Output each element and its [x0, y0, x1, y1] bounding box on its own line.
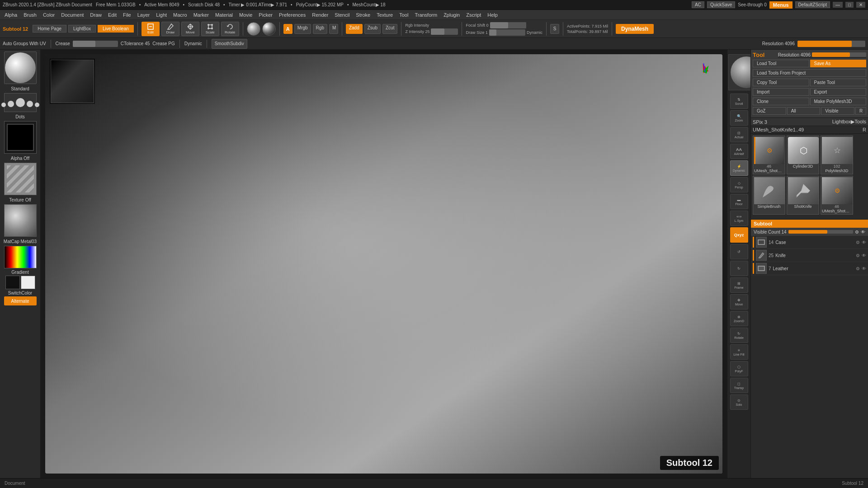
tool-item-shotknife[interactable]: ShotKnife	[787, 176, 819, 215]
nav-lsym[interactable]: ⟺ L.Sym	[730, 211, 748, 226]
leather-gear-icon[interactable]: ⚙	[856, 266, 860, 271]
scale-btn[interactable]: Scale	[201, 22, 219, 36]
close-button[interactable]: ✕	[856, 2, 865, 8]
s-symmetry-btn[interactable]: S	[550, 24, 559, 34]
menu-macro[interactable]: Macro	[170, 11, 190, 19]
eye-icon-top[interactable]: 👁	[861, 230, 865, 235]
subtool-row-case[interactable]: 14 Case ⚙ 👁	[751, 236, 868, 249]
ac-button[interactable]: AC	[692, 1, 704, 8]
brush-thumbnail[interactable]	[4, 52, 37, 84]
nav-polyf[interactable]: ⬡ PolyF	[730, 361, 748, 376]
tab-live-boolean[interactable]: Live Boolean	[98, 25, 134, 33]
subtool-row-leather[interactable]: 7 Leather ⚙ 👁	[751, 262, 868, 275]
paste-tool-button[interactable]: Paste Tool	[810, 79, 867, 86]
move-btn[interactable]: Move	[181, 22, 199, 36]
swatch-black[interactable]	[5, 276, 20, 289]
tab-homepage[interactable]: Home Page	[33, 25, 66, 33]
default-script-button[interactable]: DefaultZScript	[795, 1, 830, 8]
save-as-button[interactable]: Save As	[810, 60, 867, 67]
nav-rotate[interactable]: ↻ Rotate	[730, 328, 748, 343]
menu-draw[interactable]: Draw	[87, 11, 104, 19]
zcut-btn[interactable]: Zcut	[382, 24, 397, 34]
menu-zplugin[interactable]: Zplugin	[441, 11, 462, 19]
menu-document[interactable]: Document	[58, 11, 86, 19]
menu-transform[interactable]: Transform	[412, 11, 440, 19]
menu-zscript[interactable]: Zscript	[463, 11, 484, 19]
case-gear-icon[interactable]: ⚙	[856, 240, 860, 245]
minimize-button[interactable]: —	[833, 2, 843, 8]
matcap-box[interactable]	[4, 204, 37, 237]
m-btn[interactable]: M	[329, 24, 338, 34]
nav-frame[interactable]: ⊞ Frame	[730, 277, 748, 293]
tab-lightbox[interactable]: LightBox	[68, 25, 96, 33]
menu-stroke[interactable]: Stroke	[353, 11, 373, 19]
menu-stencil[interactable]: Stencil	[332, 11, 352, 19]
menu-texture[interactable]: Texture	[374, 11, 396, 19]
draw-btn[interactable]: Draw	[161, 22, 179, 36]
texture-box[interactable]	[4, 163, 37, 195]
menu-material[interactable]: Material	[212, 11, 236, 19]
menu-picker[interactable]: Picker	[256, 11, 275, 19]
nav-dynamic[interactable]: ⚡ Dynamic	[730, 160, 748, 176]
dots-preview[interactable]	[4, 93, 37, 112]
load-tool-button[interactable]: Load Tool	[753, 60, 809, 67]
brush-preview-sphere[interactable]	[247, 22, 260, 36]
nav-undo-icon[interactable]: ↺	[730, 244, 748, 259]
menu-marker[interactable]: Marker	[191, 11, 212, 19]
nav-aahalf[interactable]: AA AAHalf	[730, 144, 748, 159]
swatch-white[interactable]	[21, 276, 35, 289]
menu-file[interactable]: File	[120, 11, 134, 19]
tool-item-umesh-shot2[interactable]: ⚙ 46 UMesh_ShotKnif	[821, 176, 853, 215]
menus-button[interactable]: Menus	[769, 1, 793, 9]
nav-move[interactable]: ✥ Move	[730, 294, 748, 310]
gear-icon-top[interactable]: ⚙	[855, 230, 859, 235]
goz-button[interactable]: GoZ	[753, 107, 786, 115]
subtool-row-knife[interactable]: 25 Knife ⚙ 👁	[751, 249, 868, 262]
menu-preferences[interactable]: Preferences	[276, 11, 308, 19]
resolution-slider[interactable]	[797, 41, 865, 47]
r-button[interactable]: R	[855, 107, 866, 115]
gradient-swatch[interactable]	[4, 246, 37, 268]
focal-shift-slider[interactable]	[490, 22, 526, 28]
canvas-area[interactable]: Subtool 12	[41, 50, 727, 478]
dyna-mesh-button[interactable]: DynaMesh	[616, 24, 654, 34]
load-tools-from-project-button[interactable]: Load Tools From Project	[753, 69, 866, 77]
import-button[interactable]: Import	[753, 88, 809, 96]
menu-render[interactable]: Render	[309, 11, 331, 19]
nav-qxyz[interactable]: Qxyz	[730, 227, 748, 243]
edit-btn[interactable]: Edit	[142, 22, 160, 36]
nav-compass[interactable]	[691, 59, 718, 86]
zadd-btn[interactable]: Zadd	[346, 24, 363, 34]
export-button[interactable]: Export	[810, 88, 867, 96]
nav-actual[interactable]: ⊡ Actual	[730, 127, 748, 142]
menu-edit[interactable]: Edit	[105, 11, 119, 19]
tool-item-simple[interactable]: SimpleBrush	[753, 176, 785, 215]
nav-scroll[interactable]: ⇅ Scroll	[730, 94, 748, 109]
nav-persp[interactable]: ◇ Persp	[730, 177, 748, 192]
knife-gear-icon[interactable]: ⚙	[856, 253, 860, 258]
menu-brush[interactable]: Brush	[21, 11, 39, 19]
nav-solo[interactable]: ⊙ Solo	[730, 394, 748, 410]
alternate-button[interactable]: Alternate	[4, 296, 37, 305]
tool-item-polymesh[interactable]: ☆ 102 PolyMesh3D	[821, 136, 853, 174]
tool-item-cylinder[interactable]: ⬡ Cylinder3D	[787, 136, 819, 174]
quicksave-button[interactable]: QuickSave	[707, 1, 735, 8]
menu-movie[interactable]: Movie	[236, 11, 255, 19]
menu-alpha[interactable]: Alpha	[2, 11, 20, 19]
rgb-btn[interactable]: Rgb	[313, 24, 327, 34]
viewport-mesh[interactable]: Subtool 12	[45, 54, 722, 474]
resolution-right-slider[interactable]	[812, 52, 866, 57]
menu-layer[interactable]: Layer	[135, 11, 153, 19]
menu-light[interactable]: Light	[153, 11, 170, 19]
visible-button[interactable]: Visible	[821, 107, 854, 115]
thumbnail-item[interactable]	[51, 60, 94, 103]
menu-tool[interactable]: Tool	[396, 11, 411, 19]
crease-slider[interactable]	[73, 41, 118, 47]
mrgb-btn[interactable]: Mrgb	[294, 24, 311, 34]
draw-size-slider[interactable]	[489, 29, 525, 36]
nav-redo-icon[interactable]: ↻	[730, 261, 748, 276]
nav-linefill[interactable]: ≡ Line Fill	[730, 344, 748, 360]
menu-help[interactable]: Help	[485, 11, 500, 19]
case-eye-icon[interactable]: 👁	[862, 240, 866, 245]
z-intensity-slider[interactable]	[431, 28, 458, 35]
